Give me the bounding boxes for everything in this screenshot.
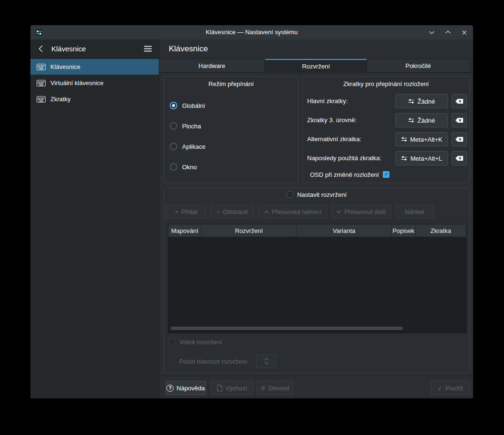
backspace-icon <box>455 98 464 104</box>
main-layout-count-label: Počet hlavních rozvržení: <box>179 358 249 365</box>
spare-layouts-label: Volná rozvržení <box>179 338 222 346</box>
move-down-button[interactable]: Přesunout dolů <box>331 205 391 218</box>
move-up-button[interactable]: Přesunout nahoru <box>258 205 327 218</box>
back-icon[interactable] <box>36 45 45 53</box>
shortcut-label: Hlavní zkratky: <box>307 94 348 108</box>
radio-window[interactable]: Okno <box>170 163 197 171</box>
clear-third-level-shortcut-button[interactable] <box>452 113 467 127</box>
sidebar-item-virtual-keyboard[interactable]: Virtuální klávesnice <box>30 75 159 91</box>
osd-checkbox[interactable] <box>383 171 389 178</box>
horizontal-scrollbar-thumb[interactable] <box>171 327 403 330</box>
alternative-shortcut-button[interactable]: Meta+Alt+K <box>395 132 448 146</box>
help-button[interactable]: ? Nápověda <box>165 381 206 395</box>
third-level-shortcut-button[interactable]: Žádné <box>395 113 448 127</box>
shortcut-row: Zkratky 3. úrovně: Žádné <box>303 113 469 127</box>
keyboard-icon <box>37 64 46 70</box>
spare-layouts-checkbox[interactable] <box>169 339 175 346</box>
configure-shortcut-icon <box>408 98 415 105</box>
button-label: Použít <box>446 385 463 392</box>
plus-icon: + <box>175 208 179 215</box>
button-label: Náhled <box>405 208 424 215</box>
undo-icon: ↺ <box>260 385 265 392</box>
osd-label: OSD při změně rozložení <box>310 171 379 178</box>
button-label: Obnovit <box>268 385 290 392</box>
tab-layouts[interactable]: Rozvržení <box>265 59 367 73</box>
button-label: Odstranit <box>223 208 248 215</box>
last-used-shortcut-button[interactable]: Meta+Alt+L <box>395 151 448 165</box>
clear-last-used-shortcut-button[interactable] <box>452 151 467 165</box>
close-icon[interactable] <box>460 28 468 37</box>
tab-label: Pokročilé <box>406 62 431 69</box>
backspace-icon <box>455 155 464 161</box>
defaults-button[interactable]: Výchozí <box>211 381 253 395</box>
sidebar-item-keyboard[interactable]: Klávesnice <box>30 59 159 75</box>
chevron-down-icon <box>336 210 341 213</box>
table-header-row: Mapování Rozvržení Varianta Popisek Zkra… <box>168 224 466 237</box>
clear-alternative-shortcut-button[interactable] <box>452 132 467 146</box>
shortcut-row: Alternativní zkratka: Meta+Alt+K <box>303 132 469 146</box>
shortcut-value: Meta+Alt+K <box>410 136 443 143</box>
page-header: Klávesnice <box>159 39 473 59</box>
column-header-label[interactable]: Popisek <box>392 224 416 237</box>
shortcut-label: Naposledy použitá zkratka: <box>307 151 381 165</box>
chevron-up-icon <box>264 210 269 213</box>
button-label: Nápověda <box>176 385 204 392</box>
button-label: Přesunout dolů <box>344 208 386 215</box>
configure-layouts-label: Nastavit rozvržení <box>297 191 347 198</box>
tab-advanced[interactable]: Pokročilé <box>367 59 470 73</box>
radio-label: Aplikace <box>182 143 205 150</box>
apply-button[interactable]: ✓ Použít <box>431 381 470 395</box>
help-icon: ? <box>166 385 174 392</box>
button-label: Přesunout nahoru <box>272 208 321 215</box>
titlebar[interactable]: Klávesnice — Nastavení systému <box>30 25 473 39</box>
shortcut-value: Žádné <box>417 98 435 105</box>
configure-shortcut-icon <box>408 117 415 124</box>
hamburger-menu-icon[interactable] <box>143 44 153 54</box>
remove-layout-button[interactable]: − Odstranit <box>210 205 254 218</box>
radio-label: Okno <box>182 164 197 171</box>
radio-global[interactable]: Globální <box>170 101 205 110</box>
osd-checkbox-row[interactable]: OSD při změně rozložení <box>310 170 389 179</box>
radio-indicator <box>170 143 177 150</box>
window-title: Klávesnice — Nastavení systému <box>30 25 473 39</box>
backspace-icon <box>455 117 464 123</box>
sidebar-list: Klávesnice Virtuální klávesnice Zkratky <box>30 59 159 107</box>
main-shortcut-button[interactable]: Žádné <box>395 94 448 108</box>
shortcut-row: Naposledy použitá zkratka: Meta+Alt+L <box>303 151 469 165</box>
main-layout-count-spinbox[interactable] <box>256 354 276 368</box>
spin-down-icon <box>264 362 269 364</box>
configure-layouts-checkbox-row[interactable]: Nastavit rozvržení <box>164 190 469 199</box>
radio-indicator <box>170 163 177 171</box>
shortcut-label: Alternativní zkratka: <box>307 132 361 146</box>
shortcut-label: Zkratky 3. úrovně: <box>307 113 357 127</box>
column-header-map[interactable]: Mapování <box>168 224 202 237</box>
sidebar-item-label: Virtuální klávesnice <box>50 79 104 87</box>
column-header-shortcut[interactable]: Zkratka <box>416 224 466 237</box>
configure-layouts-checkbox[interactable] <box>287 191 293 198</box>
tab-label: Rozvržení <box>302 63 330 70</box>
spare-layouts-checkbox-row[interactable]: Volná rozvržení <box>169 338 222 346</box>
footer: ? Nápověda Výchozí ↺ Obnovit ✓ Použít <box>159 376 473 398</box>
sidebar-header: Klávesnice <box>30 39 159 58</box>
tab-bar: Hardware Rozvržení Pokročilé <box>159 59 473 73</box>
radio-application[interactable]: Aplikace <box>170 142 205 151</box>
preview-button[interactable]: Náhled <box>395 205 434 218</box>
check-icon: ✓ <box>437 385 443 392</box>
add-layout-button[interactable]: + Přidat <box>166 205 206 218</box>
tab-hardware[interactable]: Hardware <box>159 59 265 73</box>
sidebar-item-shortcuts[interactable]: Zkratky <box>30 91 159 107</box>
column-header-layout[interactable]: Rozvržení <box>202 224 297 237</box>
button-label: Výchozí <box>225 385 247 392</box>
radio-desktop[interactable]: Plocha <box>170 122 201 130</box>
configure-shortcut-icon <box>401 155 407 162</box>
reset-button[interactable]: ↺ Obnovit <box>256 381 293 395</box>
sidebar: Klávesnice Klávesnice Virtuální klávesni <box>30 39 159 398</box>
minimize-icon[interactable] <box>427 28 436 37</box>
clear-main-shortcut-button[interactable] <box>452 94 467 108</box>
column-header-variant[interactable]: Varianta <box>297 224 392 237</box>
virtual-keyboard-icon <box>37 80 46 87</box>
group-title: Režim přepínání <box>164 80 298 87</box>
maximize-icon[interactable] <box>444 28 452 37</box>
sidebar-title: Klávesnice <box>51 45 86 53</box>
switching-mode-group: Režim přepínání Globální Plocha Aplikace… <box>164 76 299 183</box>
